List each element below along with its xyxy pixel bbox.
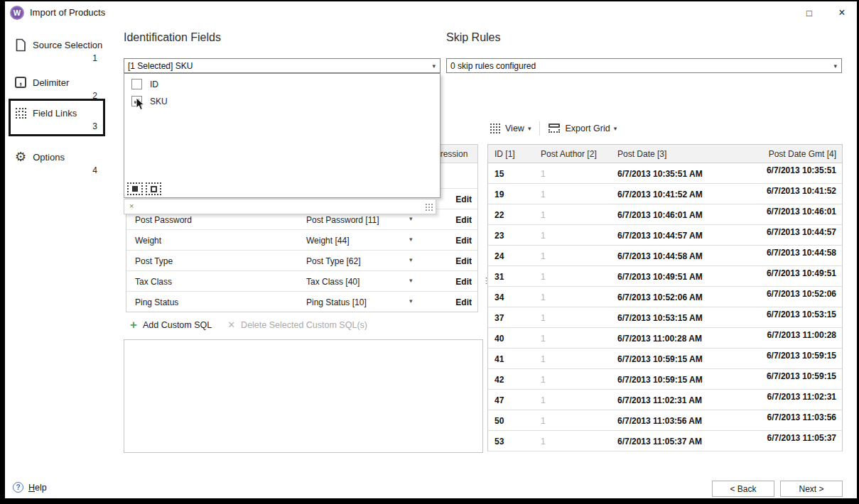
table-row[interactable]: 4116/7/2013 10:59:15 AM6/7/2013 10:59:15 [488,349,842,369]
cell-post-date-gmt: 6/7/2013 11:03:56 [765,410,842,430]
table-row[interactable]: 1516/7/2013 10:35:51 AM6/7/2013 10:35:51 [488,163,842,184]
identification-dropdown-popup: ID ✔ SKU [124,73,441,198]
cell-post-date-gmt: 6/7/2013 10:35:51 [765,163,842,183]
chevron-down-icon: ▾ [432,62,436,70]
step-label: Options [33,152,65,163]
dropdown-caret-icon[interactable]: ▾ [409,277,413,284]
cell-id: 53 [488,431,538,451]
table-row[interactable]: 3716/7/2013 10:53:15 AM6/7/2013 10:53:15 [488,307,842,328]
gear-icon: ⚙ [15,150,26,163]
column-header-post-author[interactable]: Post Author [2] [538,145,612,163]
mapped-column-value[interactable]: Tax Class [40] [306,277,360,287]
cell-post-date: 6/7/2013 10:44:58 AM [612,246,765,265]
cell-post-date: 6/7/2013 10:53:15 AM [612,307,765,327]
view-button[interactable]: View [505,124,524,133]
popup-close-icon[interactable]: × [129,202,134,210]
cell-post-author: 1 [538,163,612,183]
table-row[interactable]: 2416/7/2013 10:44:58 AM6/7/2013 10:44:58 [488,246,842,266]
table-row[interactable]: 4216/7/2013 10:59:15 AM6/7/2013 10:59:15 [488,369,842,390]
sidebar-item-options[interactable]: ⚙ Options 4 [9,146,103,177]
cell-id: 50 [488,410,538,430]
maximize-button[interactable]: □ [799,3,820,23]
table-row[interactable]: 3116/7/2013 10:49:51 AM6/7/2013 10:49:51 [488,266,842,287]
dropdown-caret-icon[interactable]: ▾ [409,215,413,222]
step-number: 1 [15,53,99,63]
option-label: SKU [150,97,168,106]
table-row[interactable]: 3416/7/2013 10:52:06 AM6/7/2013 10:52:06 [488,287,842,307]
back-button[interactable]: < Back [712,481,774,497]
resize-grip-icon[interactable] [425,203,433,212]
edit-link[interactable]: Edit [455,195,472,204]
cell-id: 34 [488,287,538,307]
table-row[interactable]: 1916/7/2013 10:41:52 AM6/7/2013 10:41:52 [488,184,842,204]
cell-post-date-gmt: 6/7/2013 11:05:37 [765,431,842,451]
close-button[interactable]: × [831,3,853,23]
help-label: Help [28,483,47,493]
export-grid-button[interactable]: Export Grid [565,124,610,133]
skip-rules-heading: Skip Rules [446,31,500,44]
table-row[interactable]: 2216/7/2013 10:46:01 AM6/7/2013 10:46:01 [488,204,842,225]
identification-fields-combobox[interactable]: [1 Selected] SKU ▾ [124,58,441,73]
popup-resize-bar[interactable]: × [124,199,436,214]
cell-post-author: 1 [538,431,612,451]
data-preview-grid: ID [1] Post Author [2] Post Date [3] Pos… [487,144,843,451]
dropdown-option-sku[interactable]: ✔ SKU [124,94,440,108]
mapped-column-value[interactable]: Post Password [11] [306,215,379,225]
cell-post-date-gmt: 6/7/2013 10:59:15 [765,369,842,389]
edit-link[interactable]: Edit [455,297,472,307]
panel-splitter-handle[interactable]: ⋮ [482,278,488,291]
dropdown-caret-icon[interactable]: ▾ [409,256,413,263]
dropdown-caret-icon[interactable]: ▾ [409,236,413,243]
sidebar-item-field-links[interactable]: Field Links 3 [9,99,105,136]
cell-post-date: 6/7/2013 11:03:56 AM [612,410,765,430]
cell-post-date: 6/7/2013 10:35:51 AM [612,163,765,183]
cell-post-author: 1 [538,328,612,348]
cell-id: 42 [488,369,538,389]
sidebar-item-source-selection[interactable]: Source Selection 1 [9,34,103,65]
cell-id: 23 [488,225,538,245]
table-row[interactable]: 5016/7/2013 11:03:56 AM6/7/2013 11:03:56 [488,410,842,431]
mapping-row: WeightWeight [44]▾Edit [126,229,477,250]
plus-icon: + [130,320,137,330]
skip-rules-combobox[interactable]: 0 skip rules configured ▾ [446,58,842,73]
edit-link[interactable]: Edit [455,256,472,266]
column-header-post-date[interactable]: Post Date [3] [612,145,765,163]
table-row[interactable]: 2316/7/2013 10:44:57 AM6/7/2013 10:44:57 [488,225,842,246]
custom-sql-toolbar: + Add Custom SQL ✕ Delete Selected Custo… [130,319,367,330]
deselect-all-icon[interactable] [146,182,161,195]
help-question-icon: ? [13,482,23,493]
table-row[interactable]: 5316/7/2013 11:05:37 AM6/7/2013 11:05:37 [488,431,842,451]
field-name-label: Tax Class [135,277,172,287]
custom-sql-textarea[interactable] [124,339,483,453]
mapped-column-value[interactable]: Post Type [62] [306,256,361,266]
cell-post-author: 1 [538,287,612,307]
import-wizard-window: W Import of Products □ × Source Selectio… [0,0,859,504]
edit-link[interactable]: Edit [455,215,472,225]
field-name-label: Ping Status [135,297,178,307]
chevron-down-icon: ▾ [528,125,531,132]
field-name-label: Weight [135,236,161,246]
table-row[interactable]: 4016/7/2013 11:00:28 AM6/7/2013 11:00:28 [488,328,842,349]
delete-custom-sql-button[interactable]: Delete Selected Custom SQL(s) [241,320,367,330]
sidebar-item-delimiter[interactable]: , Delimiter 2 [9,72,103,102]
next-button[interactable]: Next > [780,481,843,497]
edit-link[interactable]: Edit [455,236,472,246]
cell-post-date: 6/7/2013 10:46:01 AM [612,204,765,224]
mapped-column-value[interactable]: Ping Status [10] [306,297,367,307]
help-link[interactable]: ? Help [13,482,47,493]
mapped-column-value[interactable]: Weight [44] [306,236,349,246]
mouse-cursor-icon [136,97,145,111]
step-label: Field Links [33,108,77,119]
column-header-post-date-gmt[interactable]: Post Date Gmt [4] [765,145,842,163]
dropdown-option-id[interactable]: ID [124,77,440,91]
step-number: 3 [16,121,99,131]
cell-id: 19 [488,184,538,204]
column-header-id[interactable]: ID [1] [488,145,538,163]
select-all-icon[interactable] [127,182,143,195]
dropdown-caret-icon[interactable]: ▾ [409,297,413,305]
edit-link[interactable]: Edit [455,277,472,287]
add-custom-sql-button[interactable]: Add Custom SQL [143,320,212,330]
table-row[interactable]: 4716/7/2013 11:02:31 AM6/7/2013 11:02:31 [488,390,842,410]
checkbox-unchecked[interactable] [131,79,142,89]
cell-post-author: 1 [538,266,612,286]
